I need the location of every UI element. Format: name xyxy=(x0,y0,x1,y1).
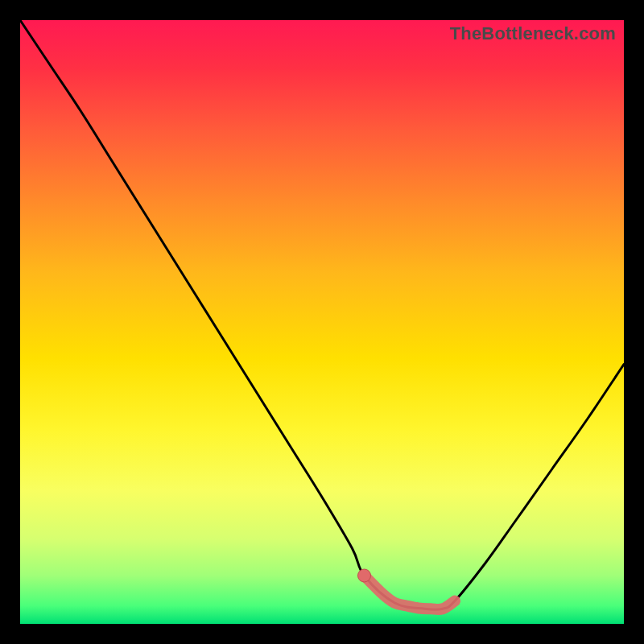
chart-frame: TheBottleneck.com xyxy=(0,0,644,644)
curve-layer xyxy=(20,20,624,624)
optimal-point-marker xyxy=(358,569,371,582)
plot-area: TheBottleneck.com xyxy=(20,20,624,624)
bottleneck-curve xyxy=(20,20,624,609)
optimal-range-highlight xyxy=(365,576,456,609)
